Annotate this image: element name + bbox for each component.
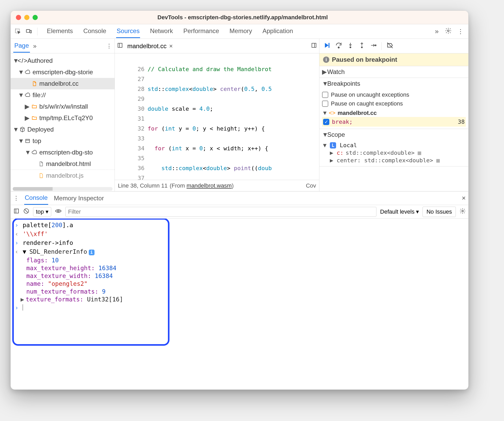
- breakpoints-header[interactable]: ▼Breakpoints: [319, 78, 468, 89]
- more-nav-tabs-icon[interactable]: »: [33, 42, 36, 50]
- toggle-debugger-icon[interactable]: [311, 42, 317, 50]
- step-into-icon[interactable]: [347, 42, 354, 50]
- page-tab[interactable]: Page: [13, 39, 30, 53]
- step-out-icon[interactable]: [358, 42, 365, 50]
- file-icon: [38, 161, 45, 167]
- breakpoint-entry[interactable]: ✓ break; 38: [322, 117, 466, 127]
- toggle-sidebar-icon[interactable]: [13, 208, 20, 216]
- drawer-menu-icon[interactable]: ⋮: [13, 195, 19, 202]
- paused-banner: i Paused on breakpoint: [319, 53, 468, 66]
- svg-point-14: [57, 210, 59, 212]
- tree-authored[interactable]: ▼< / >Authored: [11, 55, 115, 66]
- drawer-tab-console[interactable]: Console: [24, 191, 48, 205]
- watch-header[interactable]: ▶Watch: [319, 66, 468, 78]
- output-caret-icon: ‹: [15, 248, 20, 255]
- deactivate-breakpoints-icon[interactable]: [386, 42, 394, 50]
- pause-caught-row[interactable]: Pause on caught exceptions: [322, 99, 466, 108]
- memory-icon[interactable]: ▦: [436, 157, 440, 164]
- tree-top[interactable]: ▼top: [11, 135, 115, 147]
- tab-console[interactable]: Console: [83, 25, 107, 38]
- coverage-label[interactable]: Cov: [306, 182, 316, 189]
- close-icon[interactable]: [16, 15, 21, 20]
- svg-rect-12: [14, 209, 18, 213]
- nav-menu-icon[interactable]: ⋮: [106, 43, 112, 49]
- checkbox-checked-icon[interactable]: ✓: [323, 119, 329, 125]
- tree-file-html[interactable]: mandelbrot.html: [11, 158, 115, 170]
- scope-var-c[interactable]: ▶c: std::complex<double>▦: [323, 149, 468, 157]
- levels-selector[interactable]: Default levels▾: [380, 208, 419, 215]
- chevron-down-icon: ▾: [416, 208, 419, 215]
- kebab-icon[interactable]: ⋮: [455, 28, 466, 35]
- file-tab[interactable]: mandelbrot.cc ×: [125, 42, 175, 50]
- tab-performance[interactable]: Performance: [183, 25, 219, 38]
- input-caret-icon: ›: [15, 304, 20, 311]
- tab-network[interactable]: Network: [149, 25, 173, 38]
- info-badge-icon[interactable]: i: [89, 250, 95, 255]
- step-icon[interactable]: [370, 42, 377, 50]
- breakpoint-file[interactable]: ▼<>mandelbrot.cc: [322, 108, 466, 117]
- code-editor[interactable]: 2627282930313233343536373839 // Calculat…: [115, 53, 319, 180]
- pause-uncaught-row[interactable]: Pause on uncaught exceptions: [322, 90, 466, 99]
- close-tab-icon[interactable]: ×: [169, 42, 173, 50]
- tree-origin-b[interactable]: ▼emscripten-dbg-sto: [11, 147, 115, 158]
- device-icon[interactable]: [24, 27, 34, 36]
- zoom-icon[interactable]: [33, 15, 38, 20]
- gutter[interactable]: 2627282930313233343536373839: [115, 53, 147, 180]
- tree-file-js[interactable]: mandelbrot.js: [11, 170, 115, 181]
- console-input-row: ›renderer->info: [11, 238, 468, 247]
- svg-point-3: [448, 30, 449, 32]
- scope-var-center[interactable]: ▶center: std::complex<double>▦: [323, 157, 468, 164]
- breakpoint-line: 38: [458, 119, 465, 125]
- clear-console-icon[interactable]: [23, 208, 29, 216]
- expandable-property[interactable]: ▶texture_formats: Uint32[16]: [26, 295, 468, 303]
- toggle-navigator-icon[interactable]: [117, 42, 123, 50]
- no-issues-button[interactable]: No Issues: [423, 207, 456, 217]
- horizontal-scrollbar[interactable]: [13, 187, 112, 191]
- expand-icon[interactable]: ▶: [21, 296, 24, 303]
- close-drawer-icon[interactable]: ×: [462, 194, 466, 202]
- context-selector[interactable]: top▾: [33, 207, 51, 216]
- filter-input[interactable]: [65, 207, 377, 217]
- resume-icon[interactable]: [323, 42, 330, 50]
- tab-sources[interactable]: Sources: [116, 25, 140, 38]
- settings-icon[interactable]: [443, 27, 454, 36]
- scope-local[interactable]: ▼LLocal: [323, 141, 468, 149]
- drawer-tab-memory[interactable]: Memory Inspector: [53, 192, 104, 205]
- checkbox-icon[interactable]: [322, 101, 328, 107]
- inspect-icon[interactable]: [13, 27, 23, 36]
- live-expression-icon[interactable]: [55, 208, 62, 216]
- memory-icon[interactable]: ▦: [418, 150, 421, 156]
- source-from: (From mandelbrot.wasm): [170, 182, 234, 189]
- console-output-row[interactable]: ‹▼SDL_RendererInfoi: [11, 247, 468, 256]
- tree-origin-a[interactable]: ▼emscripten-dbg-storie: [11, 66, 115, 78]
- tab-elements[interactable]: Elements: [46, 25, 73, 38]
- svg-point-10: [361, 47, 362, 48]
- more-tabs-icon[interactable]: »: [432, 27, 441, 35]
- expand-icon[interactable]: ▼: [23, 248, 26, 255]
- tree-folder-tmp[interactable]: ▶tmp/tmp.ELcTq2Y0: [11, 112, 115, 124]
- tree-deployed[interactable]: ▼Deployed: [11, 124, 115, 135]
- tree-file-scheme[interactable]: ▼file://: [11, 89, 115, 101]
- panel-tabs: Elements Console Sources Network Perform…: [46, 25, 294, 38]
- cursor-position: Line 38, Column 11: [118, 182, 168, 189]
- scope-header[interactable]: ▼Scope: [319, 129, 468, 140]
- tree-folder-b[interactable]: ▶b/s/w/ir/x/w/install: [11, 101, 115, 112]
- frame-icon: [24, 138, 31, 144]
- code-text: // Calculate and draw the Mandelbrot std…: [147, 53, 272, 180]
- cloud-icon: [24, 92, 31, 98]
- step-over-icon[interactable]: [335, 42, 342, 50]
- console-prompt[interactable]: ›: [11, 303, 468, 312]
- devtools-window: DevTools - emscripten-dbg-stories.netlif…: [10, 10, 469, 390]
- source-map-link[interactable]: mandelbrot.wasm: [187, 182, 232, 189]
- tab-memory[interactable]: Memory: [229, 25, 253, 38]
- info-icon: i: [323, 57, 329, 63]
- svg-point-11: [375, 45, 376, 46]
- console-body[interactable]: ›palette[200].a ‹'\\xff' ›renderer->info…: [11, 219, 468, 389]
- tree-file-cc[interactable]: mandelbrot.cc: [11, 78, 115, 89]
- minimize-icon[interactable]: [24, 15, 29, 20]
- checkbox-icon[interactable]: [322, 92, 328, 98]
- tab-application[interactable]: Application: [262, 25, 293, 38]
- input-caret-icon: ›: [15, 239, 20, 246]
- console-settings-icon[interactable]: [459, 208, 466, 216]
- debugger-pane: i Paused on breakpoint ▶Watch ▼Breakpoin…: [319, 39, 468, 191]
